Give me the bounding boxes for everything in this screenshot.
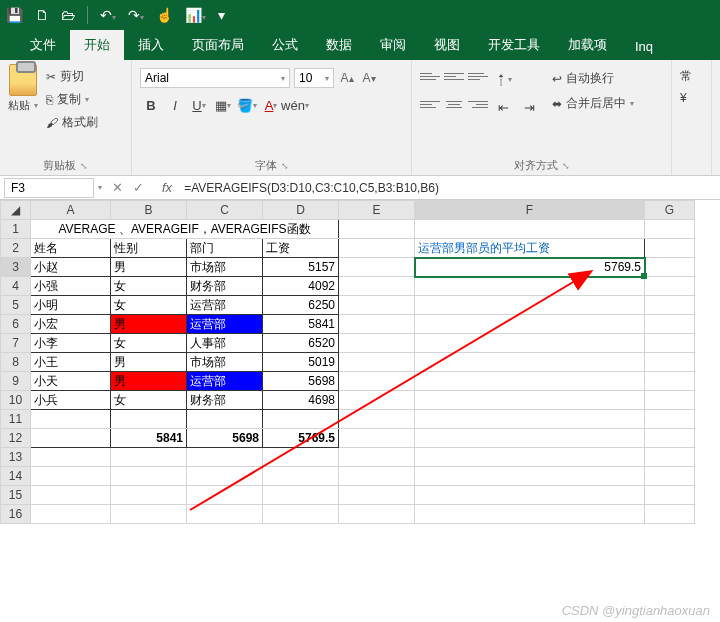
cell[interactable]	[339, 429, 415, 448]
currency-button[interactable]: ¥	[680, 91, 703, 105]
cell[interactable]	[31, 410, 111, 429]
cell[interactable]	[31, 448, 111, 467]
cell[interactable]: 部门	[187, 239, 263, 258]
cell[interactable]: 市场部	[187, 258, 263, 277]
italic-button[interactable]: I	[164, 94, 186, 116]
col-header-B[interactable]: B	[111, 201, 187, 220]
col-header-C[interactable]: C	[187, 201, 263, 220]
cell[interactable]	[415, 315, 645, 334]
tab-insert[interactable]: 插入	[124, 30, 178, 60]
row-header[interactable]: 7	[1, 334, 31, 353]
row-header[interactable]: 13	[1, 448, 31, 467]
row-header[interactable]: 1	[1, 220, 31, 239]
col-header-A[interactable]: A	[31, 201, 111, 220]
tab-developer[interactable]: 开发工具	[474, 30, 554, 60]
row-header[interactable]: 6	[1, 315, 31, 334]
cell[interactable]: 女	[111, 391, 187, 410]
paste-button[interactable]: 粘贴▾	[8, 98, 38, 113]
cell[interactable]: 女	[111, 296, 187, 315]
tab-layout[interactable]: 页面布局	[178, 30, 258, 60]
cell[interactable]: 财务部	[187, 277, 263, 296]
clipboard-launcher-icon[interactable]: ⤡	[80, 161, 88, 171]
border-button[interactable]: ▦▾	[212, 94, 234, 116]
new-icon[interactable]: 🗋	[35, 7, 49, 23]
cell[interactable]: 小强	[31, 277, 111, 296]
tab-formulas[interactable]: 公式	[258, 30, 312, 60]
cell[interactable]	[31, 505, 111, 524]
row-header[interactable]: 12	[1, 429, 31, 448]
align-middle-icon[interactable]	[444, 68, 464, 84]
cell[interactable]: 运营部	[187, 315, 263, 334]
tab-home[interactable]: 开始	[70, 30, 124, 60]
worksheet-grid[interactable]: ◢ A B C D E F G 1 AVERAGE 、AVERAGEIF，AVE…	[0, 200, 720, 524]
cell[interactable]: 5841	[111, 429, 187, 448]
underline-button[interactable]: U▾	[188, 94, 210, 116]
font-color-button[interactable]: A▾	[260, 94, 282, 116]
cell[interactable]	[415, 410, 645, 429]
cell[interactable]: 5769.5	[263, 429, 339, 448]
row-header[interactable]: 4	[1, 277, 31, 296]
cell[interactable]	[31, 429, 111, 448]
cell[interactable]: 小天	[31, 372, 111, 391]
col-header-F[interactable]: F	[415, 201, 645, 220]
cell[interactable]: 4698	[263, 391, 339, 410]
orientation-icon[interactable]: ⭫▾	[492, 68, 514, 90]
cell[interactable]	[415, 220, 645, 239]
name-box[interactable]	[4, 178, 94, 198]
save-icon[interactable]: 💾	[6, 7, 23, 23]
align-launcher-icon[interactable]: ⤡	[562, 161, 570, 171]
cell[interactable]	[415, 334, 645, 353]
row-header[interactable]: 5	[1, 296, 31, 315]
shrink-font-icon[interactable]: A▾	[360, 68, 378, 88]
formula-input[interactable]: =AVERAGEIFS(D3:D10,C3:C10,C5,B3:B10,B6)	[180, 181, 720, 195]
cell[interactable]	[31, 467, 111, 486]
cell[interactable]	[415, 372, 645, 391]
col-header-G[interactable]: G	[645, 201, 695, 220]
row-header[interactable]: 14	[1, 467, 31, 486]
tab-view[interactable]: 视图	[420, 30, 474, 60]
cell[interactable]: 6520	[263, 334, 339, 353]
cell[interactable]: 小兵	[31, 391, 111, 410]
cell[interactable]	[415, 296, 645, 315]
cell[interactable]: 5698	[263, 372, 339, 391]
cell[interactable]: 小赵	[31, 258, 111, 277]
cell[interactable]	[339, 220, 415, 239]
align-top-icon[interactable]	[420, 68, 440, 84]
cell[interactable]	[111, 410, 187, 429]
cell[interactable]	[263, 410, 339, 429]
font-size-select[interactable]: 10▾	[294, 68, 334, 88]
indent-right-icon[interactable]: ⇥	[518, 96, 540, 118]
cell[interactable]: 6250	[263, 296, 339, 315]
row-header[interactable]: 16	[1, 505, 31, 524]
row-header[interactable]: 9	[1, 372, 31, 391]
cell[interactable]	[415, 277, 645, 296]
cell[interactable]	[31, 486, 111, 505]
align-left-icon[interactable]	[420, 96, 440, 112]
cell[interactable]: AVERAGE 、AVERAGEIF，AVERAGEIFS函数	[31, 220, 339, 239]
cancel-formula-icon[interactable]: ✕	[112, 180, 123, 195]
tab-review[interactable]: 审阅	[366, 30, 420, 60]
cell[interactable]: 工资	[263, 239, 339, 258]
row-header[interactable]: 15	[1, 486, 31, 505]
cell[interactable]: 5019	[263, 353, 339, 372]
align-center-icon[interactable]	[444, 96, 464, 112]
cell[interactable]: 男	[111, 315, 187, 334]
cell[interactable]: 小明	[31, 296, 111, 315]
undo-icon[interactable]: ↶▾	[100, 7, 116, 23]
cell[interactable]: 女	[111, 277, 187, 296]
cell[interactable]: 女	[111, 334, 187, 353]
cell[interactable]: 姓名	[31, 239, 111, 258]
cell[interactable]: 运营部	[187, 296, 263, 315]
cell[interactable]: 4092	[263, 277, 339, 296]
tab-inq[interactable]: Inq	[621, 33, 667, 60]
cell[interactable]: 小王	[31, 353, 111, 372]
align-bottom-icon[interactable]	[468, 68, 488, 84]
chart-icon[interactable]: 📊▾	[185, 7, 206, 23]
fx-icon[interactable]: fx	[154, 180, 180, 195]
cut-button[interactable]: ✂剪切	[46, 68, 98, 85]
row-header[interactable]: 3	[1, 258, 31, 277]
grow-font-icon[interactable]: A▴	[338, 68, 356, 88]
cell[interactable]: 运营部	[187, 372, 263, 391]
tab-data[interactable]: 数据	[312, 30, 366, 60]
cell[interactable]	[339, 391, 415, 410]
